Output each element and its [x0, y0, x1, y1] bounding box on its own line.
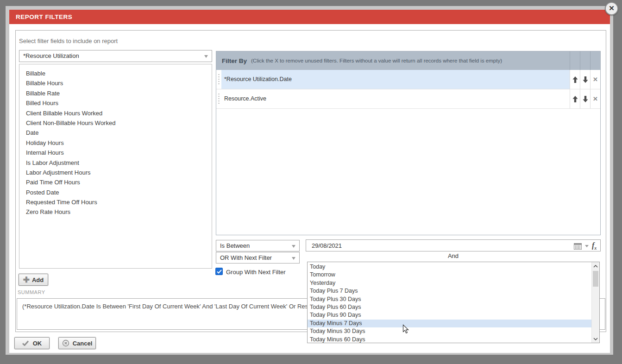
add-button-label: Add: [32, 276, 44, 283]
field-list-item[interactable]: Is Labor Adjustment: [19, 158, 212, 168]
chevron-down-icon: [593, 338, 598, 340]
field-list-item[interactable]: Client Non-Billable Hours Worked: [19, 118, 212, 128]
field-list-item[interactable]: Billed Hours: [19, 98, 212, 108]
move-down-button[interactable]: [580, 70, 590, 89]
chevron-down-icon: [204, 55, 208, 58]
date-option[interactable]: Today Minus 60 Days: [308, 336, 591, 343]
dialog-title: REPORT FILTERS: [16, 13, 72, 20]
popup-scrollbar[interactable]: [591, 262, 599, 343]
field-list-item[interactable]: Billable: [19, 69, 212, 78]
date-option[interactable]: Today Minus 7 Days: [308, 320, 591, 327]
date-from-input[interactable]: [306, 239, 601, 251]
field-list-item[interactable]: Labor Adjustment Hours: [19, 168, 212, 177]
cancel-button[interactable]: Cancel: [58, 337, 96, 349]
date-option[interactable]: Today Plus 7 Days: [308, 287, 591, 295]
summary-text: (*Resource Utilization.Date Is Between '…: [22, 303, 308, 310]
field-list-item[interactable]: Billable Hours: [19, 78, 212, 88]
arrow-down-icon: [583, 96, 588, 102]
field-list-item[interactable]: Zero Rate Hours: [19, 207, 212, 217]
check-icon: [22, 340, 29, 346]
summary-label: SUMMARY: [18, 289, 45, 295]
ok-button-label: OK: [33, 340, 42, 347]
scroll-down-button[interactable]: [592, 335, 599, 343]
remove-filter-button[interactable]: ✕: [590, 89, 600, 108]
arrow-up-icon: [572, 96, 578, 102]
field-list-item[interactable]: Posted Date: [19, 188, 212, 197]
move-up-button[interactable]: [570, 89, 580, 108]
screen-background: REPORT FILTERS ✕ Select filter fields to…: [0, 0, 622, 364]
group-checkbox-label: Group With Next Filter: [226, 269, 286, 276]
date-input-icons: fx: [574, 241, 597, 251]
date-option[interactable]: Today Minus 30 Days: [308, 327, 591, 335]
filter-row[interactable]: *Resource Utilization.Date✕: [216, 70, 600, 89]
drag-handle-icon[interactable]: [216, 89, 221, 108]
close-button[interactable]: ✕: [605, 2, 618, 15]
filter-row[interactable]: Resource.Active✕: [216, 89, 600, 109]
move-down-column-header: [580, 51, 590, 70]
x-icon: ✕: [593, 95, 598, 102]
filter-by-title: Filter By: [216, 57, 247, 64]
formula-fx-icon[interactable]: fx: [592, 241, 597, 251]
cancel-button-label: Cancel: [73, 340, 93, 347]
arrow-down-icon: [583, 76, 588, 83]
field-list-item[interactable]: Client Billable Hours Worked: [19, 108, 212, 118]
scroll-up-button[interactable]: [592, 262, 599, 270]
group-with-next-filter-checkbox[interactable]: [215, 268, 223, 275]
field-list-item[interactable]: Billable Rate: [19, 88, 212, 98]
date-dropdown-arrow-icon[interactable]: [585, 245, 589, 247]
move-down-button[interactable]: [580, 89, 590, 108]
arrow-up-icon: [572, 76, 578, 83]
instruction-label: Select filter fields to include on repor…: [19, 38, 118, 44]
field-source-dropdown[interactable]: *Resource Utilization: [19, 50, 212, 62]
date-option[interactable]: Yesterday: [308, 279, 591, 287]
field-list-item[interactable]: Paid Time Off Hours: [19, 177, 212, 187]
plus-icon: ✚: [23, 276, 30, 283]
close-icon: ✕: [609, 4, 615, 12]
chevron-down-icon: [292, 257, 295, 260]
field-list-item[interactable]: Internal Hours: [19, 148, 212, 157]
field-list-item[interactable]: Holiday Hours: [19, 138, 212, 148]
chevron-up-icon: [593, 265, 598, 268]
scrollbar-thumb[interactable]: [593, 271, 598, 287]
filter-row-label: Resource.Active: [221, 89, 570, 108]
operator-dropdown-value: Is Between: [220, 242, 250, 249]
filter-grid-header: Filter By (Click the X to remove unused …: [216, 51, 600, 70]
remove-column-header: [590, 51, 600, 70]
filter-grid: Filter By (Click the X to remove unused …: [216, 51, 601, 235]
field-list-item[interactable]: Requested Time Off Hours: [19, 197, 212, 207]
drag-handle-icon[interactable]: [216, 70, 221, 89]
and-label: And: [306, 252, 601, 259]
filter-by-note: (Click the X to remove unused filters. F…: [247, 58, 570, 63]
move-up-column-header: [570, 51, 580, 70]
conjunction-dropdown[interactable]: OR With Next Filter: [216, 252, 300, 264]
date-options-list: TodayTomorrowYesterdayToday Plus 7 DaysT…: [308, 263, 599, 343]
move-up-button[interactable]: [570, 70, 580, 89]
date-option[interactable]: Today Plus 90 Days: [308, 311, 591, 319]
date-option[interactable]: Today Plus 60 Days: [308, 303, 591, 311]
x-icon: ✕: [593, 76, 598, 83]
remove-filter-button[interactable]: ✕: [590, 70, 600, 89]
calendar-icon[interactable]: [574, 243, 582, 250]
add-button[interactable]: ✚ Add: [19, 274, 48, 286]
dialog-header: REPORT FILTERS: [9, 10, 610, 24]
ok-button[interactable]: OK: [14, 337, 50, 349]
date-option[interactable]: Today Plus 30 Days: [308, 295, 591, 303]
date-option[interactable]: Today: [308, 263, 591, 271]
field-source-dropdown-value: *Resource Utilization: [23, 52, 79, 59]
filter-row-label: *Resource Utilization.Date: [221, 70, 570, 89]
date-options-popup: TodayTomorrowYesterdayToday Plus 7 DaysT…: [307, 262, 600, 343]
checkmark-icon: [217, 270, 222, 274]
conjunction-dropdown-value: OR With Next Filter: [220, 254, 272, 261]
date-option[interactable]: Tomorrow: [308, 271, 591, 279]
chevron-down-icon: [292, 245, 295, 248]
operator-dropdown[interactable]: Is Between: [216, 240, 300, 251]
field-list[interactable]: BillableBillable HoursBillable RateBille…: [19, 64, 212, 269]
cancel-x-circle-icon: [62, 339, 69, 347]
field-list-item[interactable]: Date: [19, 128, 212, 138]
filter-rows: *Resource Utilization.Date✕Resource.Acti…: [216, 70, 600, 109]
